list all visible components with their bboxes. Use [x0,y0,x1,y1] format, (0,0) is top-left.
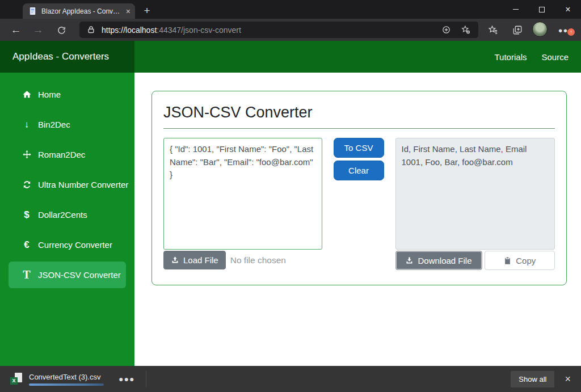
window-maximize-button[interactable] [529,0,555,19]
copy-label: Copy [516,256,536,265]
sidebar-item-label: Home [38,90,61,99]
browser-titlebar: Blazor AppIdeas - Converters × + × [0,0,581,19]
sidebar-item-bin2dec[interactable]: ↓ Bin2Dec [0,109,134,140]
top-navigation: Tutorials Source [495,41,581,73]
sidebar: Home ↓ Bin2Dec Roman2Dec [0,73,134,366]
main-content: JSON-CSV Converter { "Id": 1001, "First … [134,73,581,366]
tab-title: Blazor AppIdeas - Converters [41,7,123,15]
download-file-button[interactable]: Download File [395,251,482,270]
download-progress-bar [29,383,104,386]
sidebar-item-ultra-number-converter[interactable]: Ultra Number Converter [0,170,134,200]
download-file-label: Download File [418,256,471,265]
home-icon [20,90,33,99]
download-options-icon[interactable]: ●●● [119,374,134,383]
show-all-downloads-button[interactable]: Show all [511,371,554,387]
clear-button[interactable]: Clear [334,161,384,180]
upload-icon [171,256,179,264]
reload-icon [57,26,66,35]
sidebar-item-label: Roman2Dec [38,150,85,159]
sync-icon [20,180,33,189]
nav-link-tutorials[interactable]: Tutorials [495,52,527,62]
window-minimize-button[interactable] [503,0,529,19]
converter-card: JSON-CSV Converter { "Id": 1001, "First … [151,91,567,285]
app-header: AppIdeas - Converters Tutorials Source [0,41,581,73]
excel-file-icon: X [10,373,23,385]
download-filename: ConvertedText (3).csv [29,373,104,381]
arrow-down-icon: ↓ [20,119,33,130]
move-arrows-icon [20,150,33,159]
reload-button[interactable] [54,23,69,37]
download-item[interactable]: ConvertedText (3).csv [29,373,104,386]
profile-sync-badge: ↑ [567,28,575,36]
sidebar-item-label: Ultra Number Converter [38,180,128,189]
circle-plus-icon[interactable] [439,23,453,37]
sidebar-item-label: Bin2Dec [38,120,70,129]
load-file-label: Load File [183,255,218,265]
address-bar[interactable]: https://localhost:44347/json-csv-convert [79,22,478,38]
page-title: JSON-CSV Converter [163,104,555,121]
sidebar-item-label: Currency Converter [38,240,112,250]
sidebar-item-label: JSON-CSV Converter [38,270,121,280]
download-icon [405,256,414,265]
sidebar-item-home[interactable]: Home [0,79,134,109]
text-icon: T [20,268,33,281]
euro-icon: € [20,239,33,251]
csv-output-textarea[interactable]: Id, First Name, Last Name, Email 1001, F… [395,138,555,250]
sidebar-item-json-csv-converter[interactable]: T JSON-CSV Converter [9,262,126,288]
sidebar-item-roman2dec[interactable]: Roman2Dec [0,140,134,170]
app-brand[interactable]: AppIdeas - Converters [0,41,134,73]
shelf-close-icon[interactable]: × [565,373,571,385]
load-file-button[interactable]: Load File [163,251,226,269]
browser-toolbar: ← → https://localhost:44347/json-csv-con… [0,19,581,41]
profile-avatar[interactable] [532,22,548,37]
collections-icon[interactable] [510,22,525,38]
window-controls: × [503,0,581,19]
new-tab-button[interactable]: + [140,3,154,18]
browser-tab[interactable]: Blazor AppIdeas - Converters × [23,3,135,19]
favorites-icon[interactable] [485,22,501,38]
nav-link-source[interactable]: Source [541,52,569,62]
browser-window: Blazor AppIdeas - Converters × + × ← → h… [0,0,581,392]
copy-button[interactable]: Copy [485,251,555,270]
title-divider [163,128,555,129]
shelf-divider [146,370,146,387]
clipboard-icon [503,256,512,265]
download-bar: X ConvertedText (3).csv ●●● Show all × [0,366,581,392]
url-host: https://localhost [102,26,157,35]
lock-icon [87,26,95,34]
url-path: :44347/json-csv-convert [157,26,241,35]
back-button[interactable]: ← [9,23,23,37]
add-to-favorites-icon[interactable] [458,23,473,37]
window-close-button[interactable]: × [555,0,581,19]
to-csv-button[interactable]: To CSV [334,138,384,158]
json-input-textarea[interactable]: { "Id": 1001, "First Name": "Foo", "Last… [163,138,322,250]
sidebar-item-label: Dollar2Cents [38,210,87,220]
url-text: https://localhost:44347/json-csv-convert [102,26,241,35]
dollar-icon: $ [20,209,33,221]
tab-close-icon[interactable]: × [126,7,130,15]
page-favicon-icon [28,7,37,15]
app-body: Home ↓ Bin2Dec Roman2Dec [0,73,581,366]
no-file-chosen-text: No file chosen [230,255,286,265]
sidebar-item-dollar2cents[interactable]: $ Dollar2Cents [0,200,134,230]
forward-button[interactable]: → [31,23,45,37]
sidebar-item-currency-converter[interactable]: € Currency Converter [0,230,134,260]
